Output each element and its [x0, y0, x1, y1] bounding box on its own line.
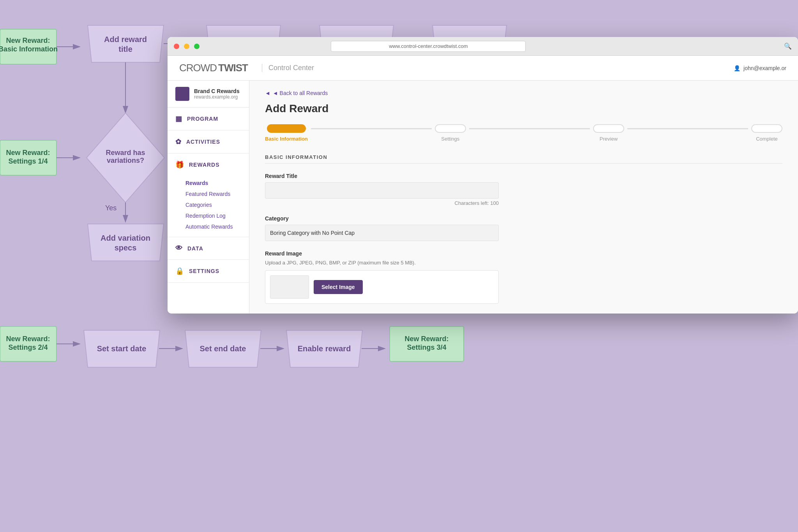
step-complete: Complete [751, 124, 782, 142]
user-icon: 👤 [734, 65, 740, 71]
svg-marker-38 [286, 330, 362, 367]
step-pill-preview [593, 124, 624, 133]
step-connector-2 [469, 128, 590, 129]
svg-text:Add reward: Add reward [104, 35, 147, 44]
browser-url: www.control-center.crowdtwist.com [389, 43, 468, 49]
form-group-image: Reward Image Upload a JPG, JPEG, PNG, BM… [265, 250, 782, 304]
logo-area: CROWDTWIST [179, 62, 248, 74]
sidebar: Brand C Rewards rewards.example.org ▦ PR… [168, 81, 249, 314]
sidebar-subitem-featured-rewards[interactable]: Featured Rewards [168, 188, 249, 199]
reward-image-sublabel: Upload a JPG, JPEG, PNG, BMP, or ZIP (ma… [265, 260, 782, 266]
topnav-user: 👤 john@example.or [734, 65, 786, 71]
svg-text:New Reward:: New Reward: [6, 149, 50, 157]
svg-text:Basic Information: Basic Information [0, 45, 58, 53]
logo-crowd: CROWD [179, 62, 217, 74]
browser-window: www.control-center.crowdtwist.com 🔍 CROW… [168, 37, 798, 314]
sidebar-subitem-automatic-rewards[interactable]: Automatic Rewards [168, 221, 249, 232]
svg-text:title: title [118, 45, 132, 53]
svg-text:variations?: variations? [107, 157, 144, 164]
sidebar-section-settings: 🔒 SETTINGS [168, 260, 249, 283]
step-connector-1 [311, 128, 432, 129]
step-connector-3 [627, 128, 748, 129]
category-label: Category [265, 215, 782, 222]
activities-icon: ✿ [175, 137, 182, 146]
program-icon: ▦ [175, 115, 182, 123]
svg-marker-25 [88, 224, 164, 261]
svg-marker-20 [87, 113, 164, 203]
browser-close-btn[interactable] [174, 44, 179, 49]
back-link[interactable]: ◄ ◄ Back to all Rewards [265, 90, 782, 96]
rewards-icon: 🎁 [175, 160, 184, 169]
top-navigation: CROWDTWIST Control Center 👤 john@example… [168, 56, 798, 81]
step-preview: Preview [593, 124, 624, 142]
chars-left: Characters left: 100 [265, 200, 499, 206]
svg-text:Settings 1/4: Settings 1/4 [8, 157, 48, 165]
user-email: john@example.or [743, 65, 786, 71]
data-icon: 👁 [175, 244, 183, 252]
reward-image-label: Reward Image [265, 250, 782, 257]
sidebar-rewards-label: REWARDS [189, 162, 220, 168]
browser-addressbar: www.control-center.crowdtwist.com [331, 41, 526, 52]
sidebar-activities-label: ACTIVITIES [186, 139, 220, 145]
sidebar-item-data[interactable]: 👁 DATA [168, 237, 249, 259]
svg-text:Add variation: Add variation [101, 234, 150, 242]
svg-text:New Reward:: New Reward: [6, 37, 50, 44]
step-label-basic: Basic Information [265, 136, 308, 142]
control-center-label: Control Center [262, 64, 314, 72]
svg-text:Enable reward: Enable reward [298, 344, 351, 353]
svg-marker-32 [84, 330, 160, 367]
progress-steps: Basic Information Settings Preview [265, 124, 782, 142]
main-layout: Brand C Rewards rewards.example.org ▦ PR… [168, 81, 798, 314]
sidebar-program-label: PROGRAM [187, 116, 218, 122]
svg-text:New Reward:: New Reward: [404, 335, 448, 343]
sidebar-section-program: ▦ PROGRAM [168, 107, 249, 130]
browser-min-btn[interactable] [184, 44, 189, 49]
browser-search-icon: 🔍 [784, 42, 792, 50]
form-group-title: Reward Title Characters left: 100 [265, 173, 782, 206]
brand-url: rewards.example.org [194, 94, 240, 100]
sidebar-section-activities: ✿ ACTIVITIES [168, 130, 249, 153]
svg-text:specs: specs [115, 243, 137, 252]
sidebar-section-rewards: 🎁 REWARDS Rewards Featured Rewards Categ… [168, 153, 249, 237]
reward-title-label: Reward Title [265, 173, 782, 179]
sidebar-subitem-rewards[interactable]: Rewards [168, 178, 249, 188]
sidebar-item-program[interactable]: ▦ PROGRAM [168, 107, 249, 130]
svg-text:Reward has: Reward has [106, 149, 145, 157]
step-basic-info: Basic Information [265, 124, 308, 142]
svg-text:Settings 2/4: Settings 2/4 [8, 344, 48, 351]
step-label-settings: Settings [441, 136, 459, 142]
step-settings: Settings [435, 124, 466, 142]
image-upload-area: Select Image [265, 270, 499, 304]
svg-text:New Reward:: New Reward: [6, 335, 50, 343]
sidebar-subitem-categories[interactable]: Categories [168, 199, 249, 210]
section-title: BASIC INFORMATION [265, 154, 782, 164]
svg-rect-1 [0, 29, 56, 64]
category-select[interactable]: Boring Category with No Point Cap [265, 225, 499, 241]
brand-section: Brand C Rewards rewards.example.org [168, 81, 249, 107]
step-label-complete: Complete [756, 136, 778, 142]
back-arrow: ◄ [265, 90, 270, 96]
sidebar-item-rewards[interactable]: 🎁 REWARDS [168, 153, 249, 176]
sidebar-subitem-redemption-log[interactable]: Redemption Log [168, 210, 249, 221]
browser-max-btn[interactable] [194, 44, 200, 49]
settings-icon: 🔒 [175, 267, 184, 275]
app-content: CROWDTWIST Control Center 👤 john@example… [168, 56, 798, 314]
form-group-category: Category Boring Category with No Point C… [265, 215, 782, 241]
svg-text:Set end date: Set end date [200, 344, 246, 353]
back-link-text: ◄ Back to all Rewards [273, 90, 328, 96]
sidebar-item-activities[interactable]: ✿ ACTIVITIES [168, 130, 249, 153]
reward-title-input[interactable] [265, 182, 499, 199]
svg-marker-5 [88, 25, 164, 62]
brand-info: Brand C Rewards rewards.example.org [194, 88, 240, 100]
step-pill-complete [751, 124, 782, 133]
svg-rect-16 [0, 140, 56, 175]
step-label-preview: Preview [600, 136, 618, 142]
svg-text:Settings 3/4: Settings 3/4 [407, 344, 446, 351]
select-image-button[interactable]: Select Image [314, 280, 363, 294]
svg-rect-41 [390, 326, 464, 361]
image-preview-box [270, 275, 309, 299]
sidebar-item-settings[interactable]: 🔒 SETTINGS [168, 260, 249, 282]
svg-marker-35 [185, 330, 261, 367]
sidebar-section-data: 👁 DATA [168, 237, 249, 260]
brand-name: Brand C Rewards [194, 88, 240, 94]
